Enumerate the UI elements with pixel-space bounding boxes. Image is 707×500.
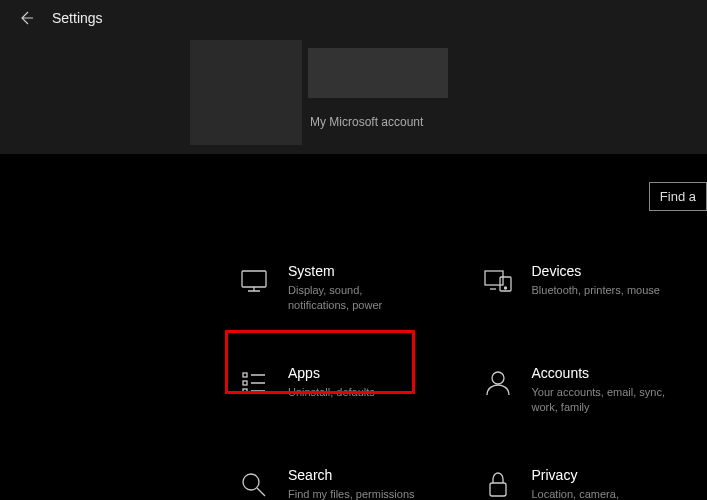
svg-point-8: [243, 474, 259, 490]
profile-area: [190, 40, 448, 145]
category-search[interactable]: Search Find my files, permissions: [230, 459, 434, 500]
settings-header: Settings My Microsoft account: [0, 0, 707, 154]
category-title: Devices: [532, 263, 670, 279]
category-apps[interactable]: Apps Uninstall, defaults: [230, 357, 434, 424]
settings-categories: System Display, sound, notifications, po…: [0, 255, 707, 500]
search-icon: [238, 469, 270, 500]
svg-rect-9: [490, 483, 506, 496]
category-desc: Find my files, permissions: [288, 487, 426, 500]
category-title: System: [288, 263, 426, 279]
system-icon: [238, 265, 270, 297]
profile-name-placeholder: [308, 48, 448, 98]
privacy-icon: [482, 469, 514, 500]
category-title: Apps: [288, 365, 426, 381]
category-title: Privacy: [532, 467, 670, 483]
svg-rect-4: [243, 373, 247, 377]
devices-icon: [482, 265, 514, 297]
svg-rect-6: [243, 389, 247, 393]
category-title: Search: [288, 467, 426, 483]
category-title: Accounts: [532, 365, 670, 381]
category-desc: Display, sound, notifications, power: [288, 283, 426, 314]
account-link[interactable]: My Microsoft account: [310, 115, 423, 129]
svg-point-7: [492, 372, 504, 384]
category-accounts[interactable]: Accounts Your accounts, email, sync, wor…: [474, 357, 678, 424]
category-desc: Uninstall, defaults: [288, 385, 426, 400]
find-setting-input[interactable]: Find a: [649, 182, 707, 211]
apps-icon: [238, 367, 270, 399]
category-system[interactable]: System Display, sound, notifications, po…: [230, 255, 434, 322]
svg-rect-5: [243, 381, 247, 385]
svg-rect-0: [242, 271, 266, 287]
category-devices[interactable]: Devices Bluetooth, printers, mouse: [474, 255, 678, 322]
category-privacy[interactable]: Privacy Location, camera, microphone: [474, 459, 678, 500]
svg-point-3: [504, 287, 506, 289]
category-desc: Your accounts, email, sync, work, family: [532, 385, 670, 416]
category-desc: Bluetooth, printers, mouse: [532, 283, 670, 298]
profile-picture[interactable]: [190, 40, 302, 145]
page-title: Settings: [52, 10, 103, 26]
accounts-icon: [482, 367, 514, 399]
category-desc: Location, camera, microphone: [532, 487, 670, 500]
back-icon[interactable]: [18, 10, 34, 26]
